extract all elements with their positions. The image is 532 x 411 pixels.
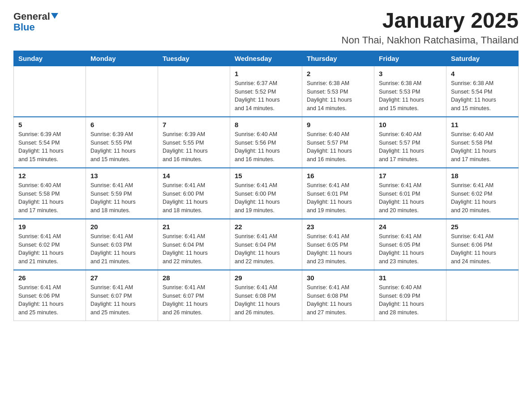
calendar-header-sunday: Sunday — [14, 51, 86, 66]
calendar-cell — [158, 66, 230, 117]
day-number: 28 — [163, 274, 225, 282]
calendar-cell: 1Sunrise: 6:37 AMSunset: 5:52 PMDaylight… — [230, 66, 302, 117]
day-number: 18 — [451, 172, 514, 180]
day-info: Sunrise: 6:41 AMSunset: 6:03 PMDaylight:… — [90, 232, 153, 266]
calendar-cell: 6Sunrise: 6:39 AMSunset: 5:55 PMDaylight… — [86, 117, 158, 168]
day-info: Sunrise: 6:40 AMSunset: 5:58 PMDaylight:… — [451, 130, 514, 164]
day-number: 25 — [451, 223, 514, 231]
calendar-cell — [14, 66, 86, 117]
day-number: 16 — [307, 172, 369, 180]
day-info: Sunrise: 6:41 AMSunset: 6:01 PMDaylight:… — [307, 181, 369, 215]
day-number: 4 — [451, 70, 514, 77]
calendar-cell: 14Sunrise: 6:41 AMSunset: 6:00 PMDayligh… — [158, 168, 230, 219]
day-info: Sunrise: 6:38 AMSunset: 5:53 PMDaylight:… — [307, 79, 369, 113]
day-info: Sunrise: 6:39 AMSunset: 5:55 PMDaylight:… — [163, 130, 225, 164]
calendar-header-monday: Monday — [86, 51, 158, 66]
calendar-cell: 30Sunrise: 6:41 AMSunset: 6:08 PMDayligh… — [302, 270, 374, 321]
logo: General Blue — [13, 9, 58, 33]
day-info: Sunrise: 6:41 AMSunset: 6:07 PMDaylight:… — [163, 283, 225, 317]
calendar-cell: 25Sunrise: 6:41 AMSunset: 6:06 PMDayligh… — [446, 219, 519, 270]
calendar-header-wednesday: Wednesday — [230, 51, 302, 66]
logo-general-text: General — [13, 11, 50, 22]
day-info: Sunrise: 6:38 AMSunset: 5:53 PMDaylight:… — [379, 79, 442, 113]
page-header: General Blue January 2025 Non Thai, Nakh… — [13, 9, 519, 46]
logo-blue-text: Blue — [13, 22, 35, 33]
day-info: Sunrise: 6:41 AMSunset: 6:00 PMDaylight:… — [163, 181, 225, 215]
day-number: 6 — [90, 121, 153, 128]
day-number: 23 — [307, 223, 369, 231]
calendar-cell: 24Sunrise: 6:41 AMSunset: 6:05 PMDayligh… — [374, 219, 446, 270]
calendar-header-friday: Friday — [374, 51, 446, 66]
day-number: 13 — [90, 172, 153, 180]
calendar-cell: 11Sunrise: 6:40 AMSunset: 5:58 PMDayligh… — [446, 117, 519, 168]
calendar-cell: 7Sunrise: 6:39 AMSunset: 5:55 PMDaylight… — [158, 117, 230, 168]
location-title: Non Thai, Nakhon Ratchasima, Thailand — [342, 34, 519, 46]
calendar-cell: 27Sunrise: 6:41 AMSunset: 6:07 PMDayligh… — [86, 270, 158, 321]
day-number: 12 — [18, 172, 81, 180]
day-info: Sunrise: 6:41 AMSunset: 6:01 PMDaylight:… — [379, 181, 442, 215]
day-info: Sunrise: 6:41 AMSunset: 6:05 PMDaylight:… — [307, 232, 369, 266]
calendar-cell: 31Sunrise: 6:40 AMSunset: 6:09 PMDayligh… — [374, 270, 446, 321]
day-number: 10 — [379, 121, 442, 128]
calendar-cell — [86, 66, 158, 117]
day-info: Sunrise: 6:41 AMSunset: 6:02 PMDaylight:… — [18, 232, 81, 266]
day-number: 22 — [235, 223, 297, 231]
calendar-cell: 4Sunrise: 6:38 AMSunset: 5:54 PMDaylight… — [446, 66, 519, 117]
calendar-table: SundayMondayTuesdayWednesdayThursdayFrid… — [13, 51, 519, 321]
calendar-header-row: SundayMondayTuesdayWednesdayThursdayFrid… — [14, 51, 519, 66]
calendar-cell: 16Sunrise: 6:41 AMSunset: 6:01 PMDayligh… — [302, 168, 374, 219]
calendar-cell: 2Sunrise: 6:38 AMSunset: 5:53 PMDaylight… — [302, 66, 374, 117]
calendar-cell: 20Sunrise: 6:41 AMSunset: 6:03 PMDayligh… — [86, 219, 158, 270]
calendar-header-thursday: Thursday — [302, 51, 374, 66]
calendar-cell: 29Sunrise: 6:41 AMSunset: 6:08 PMDayligh… — [230, 270, 302, 321]
day-number: 17 — [379, 172, 442, 180]
day-info: Sunrise: 6:41 AMSunset: 6:06 PMDaylight:… — [451, 232, 514, 266]
day-info: Sunrise: 6:37 AMSunset: 5:52 PMDaylight:… — [235, 79, 297, 113]
day-number: 31 — [379, 274, 442, 282]
calendar-cell: 26Sunrise: 6:41 AMSunset: 6:06 PMDayligh… — [14, 270, 86, 321]
calendar-cell: 12Sunrise: 6:40 AMSunset: 5:58 PMDayligh… — [14, 168, 86, 219]
calendar-cell: 22Sunrise: 6:41 AMSunset: 6:04 PMDayligh… — [230, 219, 302, 270]
day-number: 15 — [235, 172, 297, 180]
day-info: Sunrise: 6:41 AMSunset: 5:59 PMDaylight:… — [90, 181, 153, 215]
day-number: 7 — [163, 121, 225, 128]
calendar-cell: 9Sunrise: 6:40 AMSunset: 5:57 PMDaylight… — [302, 117, 374, 168]
day-info: Sunrise: 6:41 AMSunset: 6:02 PMDaylight:… — [451, 181, 514, 215]
day-info: Sunrise: 6:41 AMSunset: 6:05 PMDaylight:… — [379, 232, 442, 266]
day-info: Sunrise: 6:40 AMSunset: 5:58 PMDaylight:… — [18, 181, 81, 215]
calendar-header-saturday: Saturday — [446, 51, 519, 66]
day-info: Sunrise: 6:40 AMSunset: 5:57 PMDaylight:… — [379, 130, 442, 164]
day-info: Sunrise: 6:39 AMSunset: 5:54 PMDaylight:… — [18, 130, 81, 164]
day-number: 26 — [18, 274, 81, 282]
day-number: 2 — [307, 70, 369, 77]
calendar-cell: 15Sunrise: 6:41 AMSunset: 6:00 PMDayligh… — [230, 168, 302, 219]
calendar-cell: 10Sunrise: 6:40 AMSunset: 5:57 PMDayligh… — [374, 117, 446, 168]
calendar-cell: 19Sunrise: 6:41 AMSunset: 6:02 PMDayligh… — [14, 219, 86, 270]
calendar-cell: 23Sunrise: 6:41 AMSunset: 6:05 PMDayligh… — [302, 219, 374, 270]
day-number: 8 — [235, 121, 297, 128]
calendar-cell: 3Sunrise: 6:38 AMSunset: 5:53 PMDaylight… — [374, 66, 446, 117]
calendar-week-row: 1Sunrise: 6:37 AMSunset: 5:52 PMDaylight… — [14, 66, 519, 117]
title-section: January 2025 Non Thai, Nakhon Ratchasima… — [342, 9, 519, 46]
calendar-week-row: 26Sunrise: 6:41 AMSunset: 6:06 PMDayligh… — [14, 270, 519, 321]
day-info: Sunrise: 6:41 AMSunset: 6:00 PMDaylight:… — [235, 181, 297, 215]
calendar-cell: 5Sunrise: 6:39 AMSunset: 5:54 PMDaylight… — [14, 117, 86, 168]
calendar-week-row: 12Sunrise: 6:40 AMSunset: 5:58 PMDayligh… — [14, 168, 519, 219]
calendar-header-tuesday: Tuesday — [158, 51, 230, 66]
day-info: Sunrise: 6:41 AMSunset: 6:07 PMDaylight:… — [90, 283, 153, 317]
day-number: 30 — [307, 274, 369, 282]
day-info: Sunrise: 6:39 AMSunset: 5:55 PMDaylight:… — [90, 130, 153, 164]
day-info: Sunrise: 6:41 AMSunset: 6:06 PMDaylight:… — [18, 283, 81, 317]
calendar-cell: 18Sunrise: 6:41 AMSunset: 6:02 PMDayligh… — [446, 168, 519, 219]
day-number: 24 — [379, 223, 442, 231]
day-number: 5 — [18, 121, 81, 128]
day-info: Sunrise: 6:40 AMSunset: 5:56 PMDaylight:… — [235, 130, 297, 164]
day-info: Sunrise: 6:41 AMSunset: 6:04 PMDaylight:… — [163, 232, 225, 266]
calendar-cell — [446, 270, 519, 321]
day-info: Sunrise: 6:41 AMSunset: 6:04 PMDaylight:… — [235, 232, 297, 266]
day-info: Sunrise: 6:38 AMSunset: 5:54 PMDaylight:… — [451, 79, 514, 113]
day-info: Sunrise: 6:40 AMSunset: 5:57 PMDaylight:… — [307, 130, 369, 164]
day-number: 14 — [163, 172, 225, 180]
calendar-cell: 13Sunrise: 6:41 AMSunset: 5:59 PMDayligh… — [86, 168, 158, 219]
day-number: 21 — [163, 223, 225, 231]
